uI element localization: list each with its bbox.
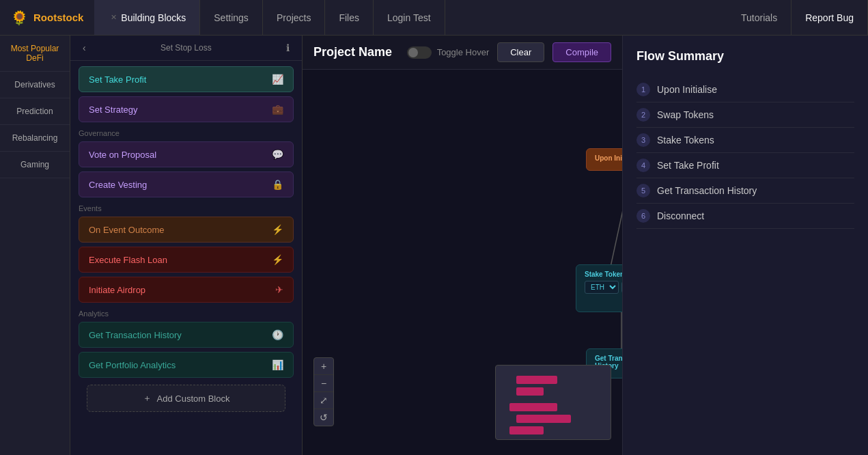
minimap-svg (496, 366, 611, 440)
flow-summary: Flow Summary 1 Upon Initialise 2 Swap To… (622, 36, 868, 455)
zoom-in-button[interactable]: + (314, 358, 333, 375)
block-label: Get Transaction History (89, 330, 182, 340)
toggle-knob (408, 48, 418, 57)
summary-num: 3 (636, 133, 650, 147)
panel-header: ‹ Set Stop Loss ℹ (70, 36, 302, 61)
node-title: Stake Tokens (585, 271, 622, 278)
block-label: Create Vesting (89, 180, 147, 190)
tab-building-blocks[interactable]: ✕ Building Blocks (94, 0, 200, 35)
add-custom-label: Add Custom Block (157, 394, 230, 404)
node-upon-initialise[interactable]: ▸ Upon Initialise (586, 148, 622, 171)
summary-num: 2 (636, 108, 650, 122)
block-label: Set Strategy (89, 105, 138, 115)
toggle-label: Toggle Hover (437, 47, 490, 57)
logo[interactable]: 🌻 Rootstock (0, 10, 94, 26)
tab-login-test[interactable]: Login Test (374, 0, 445, 35)
sidebar-label: Prediction (16, 107, 53, 116)
sidebar-label: Rebalancing (12, 133, 58, 143)
panel-back-button[interactable]: ‹ (79, 41, 90, 55)
svg-rect-9 (509, 403, 557, 411)
block-get-transaction-history[interactable]: Get Transaction History 🕐 (79, 322, 294, 348)
flow-canvas[interactable]: ▸ Upon Initialise 📈 Set Take Profit 🗑 St… (303, 70, 622, 454)
project-name[interactable]: Project Name (313, 45, 392, 59)
summary-label: Stake Tokens (657, 135, 714, 146)
block-vote-on-proposal[interactable]: Vote on Proposal 💬 (79, 141, 294, 167)
summary-item-2: 2 Swap Tokens (636, 102, 854, 128)
blocks-scroll: Set Take Profit 📈 Set Strategy 💼 Governa… (70, 61, 302, 455)
summary-item-4: 4 Set Take Profit (636, 153, 854, 178)
chart-icon: 📊 (272, 359, 283, 370)
plane-icon: ✈ (275, 284, 283, 295)
tab-label: Settings (214, 12, 249, 23)
block-label: Initiate Airdrop (89, 285, 145, 295)
summary-item-3: 3 Stake Tokens (636, 128, 854, 153)
clear-button[interactable]: Clear (497, 42, 544, 62)
tab-settings[interactable]: Settings (200, 0, 263, 35)
summary-num: 1 (636, 83, 650, 96)
block-label: Execute Flash Loan (89, 255, 167, 265)
summary-num: 6 (636, 209, 650, 223)
minimap (495, 365, 611, 440)
block-on-event-outcome[interactable]: On Event Outcome ⚡ (79, 217, 294, 243)
tab-label: Building Blocks (121, 12, 186, 23)
svg-rect-8 (516, 387, 544, 396)
toggle-hover-wrap: Toggle Hover (407, 46, 490, 59)
plus-icon: ＋ (143, 392, 152, 404)
history-icon: 🕐 (272, 329, 283, 340)
block-set-take-profit[interactable]: Set Take Profit 📈 (79, 66, 294, 92)
stake-amount-input[interactable] (621, 281, 622, 293)
svg-rect-11 (509, 426, 544, 435)
section-governance: Governance (79, 129, 294, 137)
sidebar-item-defi[interactable]: Most Popular DeFi (0, 36, 70, 72)
stake-add-button[interactable]: + (585, 295, 622, 306)
chat-icon: 💬 (272, 149, 283, 160)
node-stake-tokens[interactable]: 🗑 Stake Tokens ETH + (576, 264, 622, 312)
summary-label: Upon Initialise (657, 84, 717, 95)
main-layout: Most Popular DeFi Derivatives Prediction… (0, 36, 868, 455)
briefcase-icon: 💼 (272, 104, 283, 115)
logo-icon: 🌻 (11, 10, 28, 26)
sidebar-item-rebalancing[interactable]: Rebalancing (0, 125, 70, 152)
canvas-area: Project Name Toggle Hover Clear Compile (303, 36, 622, 455)
logo-text: Rootstock (33, 12, 83, 23)
canvas-header: Project Name Toggle Hover Clear Compile (303, 36, 622, 70)
sidebar-label: Derivatives (14, 80, 55, 89)
svg-rect-10 (516, 415, 571, 423)
tab-label: Projects (277, 12, 311, 23)
tab-label: Report Bug (805, 12, 854, 23)
sidebar-item-gaming[interactable]: Gaming (0, 152, 70, 178)
tab-projects[interactable]: Projects (263, 0, 326, 35)
zoom-out-button[interactable]: − (314, 375, 333, 392)
block-label: Set Take Profit (89, 74, 146, 85)
left-sidebar: Most Popular DeFi Derivatives Prediction… (0, 36, 70, 455)
zoom-controls: + − ⤢ ↺ (313, 357, 334, 426)
add-custom-block-button[interactable]: ＋ Add Custom Block (87, 385, 285, 412)
compile-button[interactable]: Compile (552, 42, 611, 62)
tab-label: Files (339, 12, 359, 23)
block-create-vesting[interactable]: Create Vesting 🔒 (79, 171, 294, 197)
summary-num: 4 (636, 158, 650, 172)
close-icon[interactable]: ✕ (111, 13, 117, 22)
node-title: Upon Initialise (595, 154, 622, 162)
zoom-reset-button[interactable]: ↺ (314, 409, 333, 426)
block-label: Vote on Proposal (89, 150, 156, 160)
tab-files[interactable]: Files (325, 0, 374, 35)
tab-report-bug[interactable]: Report Bug (792, 0, 868, 35)
summary-label: Swap Tokens (657, 109, 714, 120)
sidebar-item-prediction[interactable]: Prediction (0, 98, 70, 125)
block-panel: ‹ Set Stop Loss ℹ Set Take Profit 📈 Set … (70, 36, 303, 455)
block-set-strategy[interactable]: Set Strategy 💼 (79, 96, 294, 122)
panel-info-button[interactable]: ℹ (282, 41, 294, 55)
summary-label: Disconnect (657, 210, 704, 221)
svg-rect-7 (516, 376, 557, 384)
stake-token-select[interactable]: ETH (585, 281, 619, 294)
zoom-fit-button[interactable]: ⤢ (314, 392, 333, 409)
toggle-hover-switch[interactable] (407, 46, 432, 59)
block-initiate-airdrop[interactable]: Initiate Airdrop ✈ (79, 277, 294, 303)
block-get-portfolio-analytics[interactable]: Get Portfolio Analytics 📊 (79, 352, 294, 378)
summary-item-6: 6 Disconnect (636, 204, 854, 229)
tab-label: Tutorials (741, 12, 777, 23)
tab-tutorials[interactable]: Tutorials (727, 0, 792, 35)
block-execute-flash-loan[interactable]: Execute Flash Loan ⚡ (79, 247, 294, 273)
sidebar-item-derivatives[interactable]: Derivatives (0, 72, 70, 98)
